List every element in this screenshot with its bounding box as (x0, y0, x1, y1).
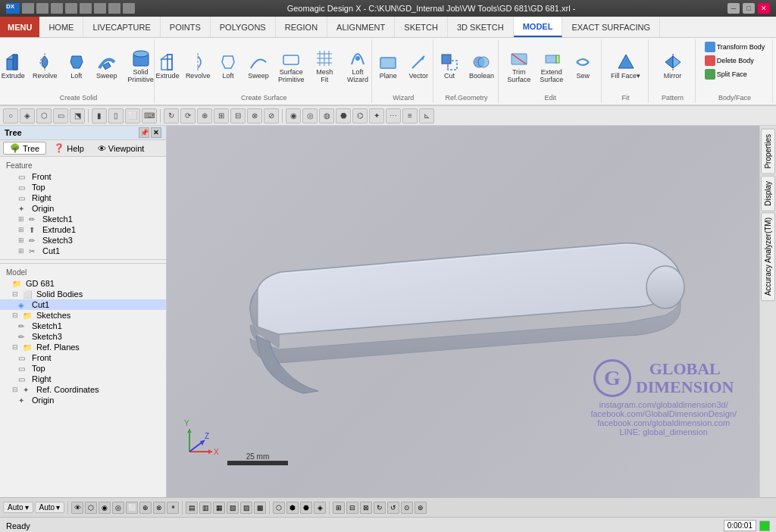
bt-icon-20[interactable]: ⊟ (346, 502, 358, 514)
icon-extra2[interactable] (108, 3, 120, 14)
btn-mesh-fit[interactable]: Mesh Fit (310, 46, 339, 86)
t2-btn-21[interactable]: ⌬ (352, 108, 368, 124)
tab-tree[interactable]: 🌳 Tree (3, 142, 46, 155)
t2-btn-19[interactable]: ◍ (319, 108, 334, 124)
tab-polygons[interactable]: POLYGONS (211, 17, 276, 37)
bt-icon-7[interactable]: ⊗ (153, 502, 165, 514)
t2-btn-2[interactable]: ◈ (20, 108, 35, 124)
tree-item-right[interactable]: ▭ Right (0, 192, 166, 203)
btn-trim-surface[interactable]: Trim Surface (504, 46, 534, 86)
btn-cut[interactable]: Cut (436, 50, 463, 82)
tree-item-sketch3[interactable]: ⊞ ✏ Sketch3 (0, 235, 166, 246)
tree-item-sketch3-model[interactable]: ✏ Sketch3 (0, 331, 166, 342)
btn-delete-body[interactable]: Delete Body (702, 55, 756, 67)
bt-icon-17[interactable]: ⬣ (300, 502, 312, 514)
tree-item-extrude1[interactable]: ⊞ ⬆ Extrude1 (0, 224, 166, 235)
tree-item-front-model[interactable]: ▭ Front (0, 352, 166, 363)
t2-btn-18[interactable]: ◎ (302, 108, 318, 124)
t2-btn-15[interactable]: ⊗ (247, 108, 262, 124)
t2-btn-5[interactable]: ⬔ (70, 108, 85, 124)
tab-accuracy-analyzer[interactable]: Accuracy Analyzer(TM) (761, 212, 775, 301)
icon-open[interactable] (36, 3, 48, 14)
t2-btn-23[interactable]: ⋯ (386, 108, 401, 124)
t2-btn-7[interactable]: ▯ (108, 108, 124, 124)
bt-icon-25[interactable]: ⊚ (415, 502, 427, 514)
tree-pin-btn[interactable]: 📌 (139, 127, 149, 138)
t2-btn-9[interactable]: ⌨ (142, 108, 157, 124)
t2-btn-12[interactable]: ⊕ (197, 108, 212, 124)
t2-btn-14[interactable]: ⊟ (230, 108, 246, 124)
tab-home[interactable]: HOME (39, 17, 83, 37)
btn-revolve-solid[interactable]: Revolve (30, 50, 60, 82)
bt-icon-14[interactable]: ▩ (254, 502, 266, 514)
bt-icon-19[interactable]: ⊞ (333, 502, 345, 514)
btn-mirror[interactable]: Mirror (659, 50, 687, 82)
t2-btn-17[interactable]: ◉ (286, 108, 301, 124)
btn-sweep-solid[interactable]: Sweep (93, 50, 120, 82)
tree-item-sketches[interactable]: ⊟ 📁 Sketches (0, 310, 166, 321)
tab-region[interactable]: REGION (276, 17, 327, 37)
btn-fill-face[interactable]: Fill Face▾ (608, 50, 643, 82)
t2-btn-24[interactable]: ≡ (402, 108, 418, 124)
icon-extra3[interactable] (123, 3, 135, 14)
tab-help[interactable]: ❓ Help (48, 142, 90, 155)
bt-icon-18[interactable]: ◈ (314, 502, 326, 514)
bt-icon-22[interactable]: ↻ (374, 502, 386, 514)
tree-item-top[interactable]: ▭ Top (0, 182, 166, 192)
btn-transform-body[interactable]: Transform Body (702, 41, 768, 53)
bt-icon-16[interactable]: ⬢ (286, 502, 299, 514)
bt-icon-3[interactable]: ◉ (99, 502, 111, 514)
tree-item-origin-model[interactable]: ✦ Origin (0, 395, 166, 405)
icon-redo[interactable] (80, 3, 92, 14)
menu-button[interactable]: MENU (0, 17, 39, 37)
bt-icon-15[interactable]: ⬡ (273, 502, 285, 514)
t2-btn-16[interactable]: ⊘ (264, 108, 279, 124)
icon-save[interactable] (51, 3, 63, 14)
btn-vector[interactable]: Vector (405, 50, 432, 82)
tab-alignment[interactable]: ALIGNMENT (327, 17, 395, 37)
btn-loft-solid[interactable]: Loft (63, 50, 90, 82)
btn-surface-primitive[interactable]: Surface Primitive (275, 46, 307, 86)
t2-btn-4[interactable]: ▭ (53, 108, 68, 124)
btn-extrude-solid[interactable]: Extrude (0, 50, 27, 82)
icon-undo[interactable] (65, 3, 77, 14)
t2-btn-8[interactable]: ⬜ (125, 108, 140, 124)
bt-icon-5[interactable]: ⬜ (126, 502, 138, 514)
t2-btn-25[interactable]: ⊾ (419, 108, 434, 124)
t2-btn-22[interactable]: ✦ (369, 108, 384, 124)
tree-item-ref-coords[interactable]: ⊟ ✦ Ref. Coordinates (0, 384, 166, 395)
bt-icon-11[interactable]: ▦ (213, 502, 225, 514)
btn-solid-primitive[interactable]: Solid Primitive (124, 46, 158, 86)
btn-loft-surface[interactable]: Loft (214, 50, 242, 82)
bt-icon-1[interactable]: 👁 (71, 502, 83, 514)
bt-icon-13[interactable]: ▨ (240, 502, 252, 514)
tree-item-sketch1[interactable]: ⊞ ✏ Sketch1 (0, 214, 166, 224)
tab-3dsketch[interactable]: 3D SKETCH (448, 17, 514, 37)
bt-icon-4[interactable]: ◎ (112, 502, 124, 514)
t2-btn-20[interactable]: ⬣ (336, 108, 351, 124)
viewport[interactable]: X Y Z 25 mm G GLOBALDIMENSION instagram.… (167, 126, 759, 497)
close-button[interactable]: ✕ (758, 3, 770, 14)
btn-sew[interactable]: Sew (569, 50, 596, 82)
tree-item-cut1-body[interactable]: ◈ Cut1 (0, 299, 166, 310)
tree-item-model-name[interactable]: 📁 GD 681 (0, 278, 166, 289)
tree-close-btn[interactable]: ✕ (151, 127, 161, 138)
btn-loft-wizard[interactable]: Loft Wizard (342, 46, 374, 86)
bt-icon-12[interactable]: ▧ (227, 502, 239, 514)
btn-sweep-surface[interactable]: Sweep (245, 50, 272, 82)
tree-item-origin[interactable]: ✦ Origin (0, 203, 166, 214)
btn-plane[interactable]: Plane (374, 50, 402, 82)
bt-icon-21[interactable]: ⊠ (360, 502, 372, 514)
bt-icon-23[interactable]: ↺ (387, 502, 399, 514)
minimize-button[interactable]: ─ (728, 3, 740, 14)
tab-exact-surfacing[interactable]: EXACT SURFACING (562, 17, 660, 37)
bt-icon-10[interactable]: ▥ (199, 502, 211, 514)
btn-split-face[interactable]: Split Face (702, 68, 749, 80)
bt-icon-9[interactable]: ▤ (186, 502, 198, 514)
tree-item-cut1[interactable]: ⊞ ✂ Cut1 (0, 246, 166, 256)
icon-extra1[interactable] (94, 3, 106, 14)
tab-properties[interactable]: Properties (761, 129, 775, 174)
bt-icon-8[interactable]: ⌖ (167, 502, 179, 514)
tab-points[interactable]: POINTS (161, 17, 211, 37)
btn-boolean[interactable]: Boolean (466, 50, 497, 82)
